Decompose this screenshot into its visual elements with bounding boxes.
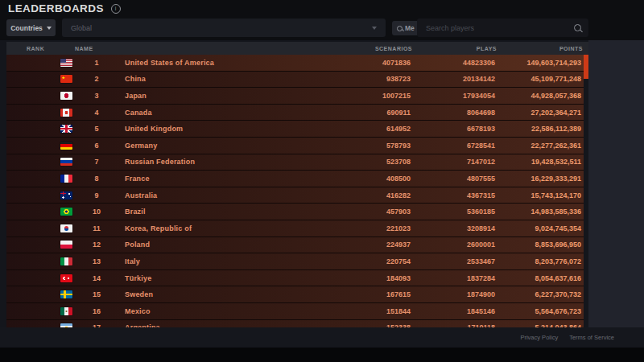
name-cell: France (125, 175, 150, 183)
scenarios-cell: 221023 (386, 224, 411, 232)
scenarios-cell: 408500 (386, 175, 411, 183)
points-cell: 44,928,057,368 (530, 92, 581, 100)
points-cell: 6,227,370,732 (535, 290, 581, 298)
rank-cell: 7 (82, 158, 111, 166)
points-cell: 19,428,532,511 (531, 158, 581, 166)
plays-cell: 3208914 (467, 224, 495, 232)
table-row[interactable]: 12 Poland 224937 2600001 8,853,696,950 (6, 237, 584, 254)
table-row[interactable]: 5 United Kingdom 614952 6678193 22,586,1… (6, 121, 584, 138)
table-row[interactable]: 10 Brazil 457903 5360185 14,983,585,336 (6, 204, 584, 220)
rank-cell: 4 (82, 109, 111, 117)
scenarios-cell: 220754 (386, 257, 411, 265)
points-cell: 8,203,776,072 (535, 257, 581, 265)
bottom-letterbox (0, 348, 644, 362)
scrollbar-thumb[interactable] (584, 55, 588, 79)
country-flag-icon (60, 241, 72, 249)
terms-of-service-link[interactable]: Terms of Service (569, 334, 614, 341)
plays-cell: 6678193 (467, 125, 495, 133)
footer: Privacy Policy Terms of Service (0, 327, 644, 348)
name-cell: Japan (125, 92, 147, 100)
column-header-name: NAME (75, 42, 93, 55)
rank-cell: 10 (82, 208, 111, 216)
points-cell: 9,024,745,354 (535, 224, 581, 232)
points-cell: 8,853,696,950 (535, 241, 581, 249)
table-row[interactable]: 14 Türkiye 184093 1837284 8,054,637,616 (6, 270, 584, 287)
name-cell: Sweden (125, 290, 153, 298)
table-row[interactable]: 7 Russian Federation 523708 7147012 19,4… (6, 154, 584, 171)
table-row[interactable]: 2 China 938723 20134142 45,109,771,248 (6, 72, 584, 88)
country-flag-icon (60, 290, 72, 298)
country-flag-icon (60, 257, 72, 265)
jump-to-me-label: Me (405, 24, 415, 32)
info-icon[interactable]: i (111, 4, 121, 14)
plays-cell: 8064698 (467, 109, 495, 117)
table-row[interactable]: 11 Korea, Republic of 221023 3208914 9,0… (6, 220, 584, 237)
column-header-points: POINTS (559, 42, 583, 55)
page-title: LEADERBOARDS i (8, 2, 121, 14)
rank-cell: 5 (82, 125, 111, 133)
scenarios-cell: 167615 (386, 290, 411, 298)
jump-to-me-button[interactable]: Me (392, 21, 419, 35)
name-cell: Korea, Republic of (125, 224, 192, 232)
scenarios-cell: 151844 (386, 307, 411, 315)
plays-cell: 4807555 (467, 175, 495, 183)
name-cell: Russian Federation (125, 158, 195, 166)
country-flag-icon (60, 142, 72, 150)
plays-cell: 20134142 (463, 75, 495, 83)
table-row[interactable]: 17 Argentina 152338 1710118 5,214,043,86… (6, 320, 584, 328)
scenarios-cell: 1007215 (382, 92, 411, 100)
search-icon[interactable] (574, 24, 581, 31)
table-row[interactable]: 16 Mexico 151844 1845146 5,564,676,723 (6, 303, 584, 320)
country-flag-icon (60, 158, 72, 166)
country-flag-icon (60, 125, 72, 133)
plays-cell: 17934054 (463, 92, 495, 100)
table-row[interactable]: 15 Sweden 167615 1874900 6,227,370,732 (6, 286, 584, 303)
search-input[interactable] (424, 23, 564, 33)
rank-cell: 8 (82, 175, 111, 183)
chevron-down-icon (372, 27, 377, 30)
scenarios-cell: 938723 (386, 75, 411, 83)
rank-cell: 11 (82, 224, 111, 232)
table-row[interactable]: 6 Germany 578793 6728541 22,277,262,361 (6, 138, 584, 154)
name-cell: Türkiye (125, 274, 151, 282)
scenarios-cell: 523708 (386, 158, 411, 166)
search-box[interactable] (417, 19, 588, 37)
plays-cell: 1837284 (467, 274, 495, 282)
name-cell: Mexico (125, 307, 151, 315)
points-cell: 8,054,637,616 (535, 274, 581, 282)
countries-dropdown-label: Countries (10, 24, 43, 32)
name-cell: Germany (125, 142, 157, 150)
rank-cell: 16 (82, 307, 111, 315)
table-row[interactable]: 4 Canada 690911 8064698 27,202,364,271 (6, 105, 584, 121)
country-flag-icon (60, 175, 72, 183)
country-flag-icon (60, 109, 72, 117)
privacy-policy-link[interactable]: Privacy Policy (520, 334, 558, 341)
table-row[interactable]: 1 United States of America 4071836 44823… (6, 55, 584, 72)
points-cell: 16,229,333,291 (530, 175, 581, 183)
rank-cell: 6 (82, 142, 111, 150)
name-cell: United States of America (125, 59, 214, 67)
country-flag-icon (60, 191, 72, 200)
name-cell: Canada (125, 109, 152, 117)
right-background-panel (588, 40, 644, 327)
table-row[interactable]: 13 Italy 220754 2533467 8,203,776,072 (6, 253, 584, 270)
rank-cell: 13 (82, 257, 111, 265)
points-cell: 22,586,112,389 (531, 125, 581, 133)
name-cell: United Kingdom (125, 125, 183, 133)
rank-cell: 9 (82, 191, 111, 200)
table-row[interactable]: 3 Japan 1007215 17934054 44,928,057,368 (6, 88, 584, 105)
table-row[interactable]: 9 Australia 416282 4367315 15,743,124,17… (6, 187, 584, 204)
chevron-down-icon (47, 27, 52, 30)
country-flag-icon (60, 75, 72, 83)
name-cell: Australia (125, 191, 157, 200)
countries-dropdown-button[interactable]: Countries (6, 19, 56, 36)
scope-select[interactable]: Global (62, 19, 386, 37)
points-cell: 149,603,714,293 (526, 59, 581, 67)
column-header-rank: RANK (27, 42, 44, 55)
scenarios-cell: 184093 (386, 274, 411, 282)
table-row[interactable]: 8 France 408500 4807555 16,229,333,291 (6, 171, 584, 187)
plays-cell: 2600001 (467, 241, 495, 249)
name-cell: China (125, 75, 146, 83)
points-cell: 14,983,585,336 (530, 208, 581, 216)
rank-cell: 2 (82, 75, 111, 83)
